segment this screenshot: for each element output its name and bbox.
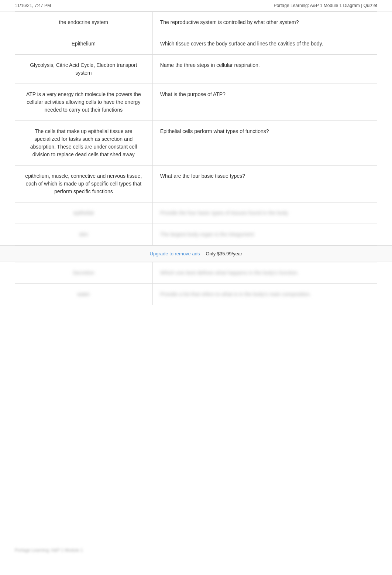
question-cell: Provide the four basic types of tissues … — [152, 203, 377, 224]
table-row: EpitheliumWhich tissue covers the body s… — [15, 33, 377, 55]
answer-cell: epithelium, muscle, connective and nervo… — [15, 166, 152, 203]
footer-text: Portage Learning: A&P 1 Module 1 — [15, 548, 83, 553]
answer-cell: Glycolysis, Citric Acid Cycle, Electron … — [15, 55, 152, 84]
table-row: ATP is a very energy rich molecule the p… — [15, 84, 377, 121]
page-title: Portage Learning: A&P 1 Module 1 Diagram… — [274, 3, 377, 8]
question-cell: Which one best defines what happens in t… — [152, 262, 377, 284]
question-cell: The largest body organ is the integument — [152, 224, 377, 245]
table-row: epithelium, muscle, connective and nervo… — [15, 166, 377, 203]
timestamp: 11/16/21, 7:47 PM — [15, 3, 51, 8]
top-bar: 11/16/21, 7:47 PM Portage Learning: A&P … — [0, 0, 392, 11]
table-row: waterProvide a list that refers to what … — [15, 284, 377, 305]
answer-cell: epithelial — [15, 203, 152, 224]
qa-table: the endocrine systemThe reproductive sys… — [15, 11, 377, 245]
answer-cell: Epithelium — [15, 33, 152, 55]
upgrade-link[interactable]: Upgrade to remove ads — [150, 251, 200, 256]
table-row: epithelialProvide the four basic types o… — [15, 203, 377, 224]
question-cell: The reproductive system is controlled by… — [152, 12, 377, 33]
answer-cell: skin — [15, 224, 152, 245]
answer-cell: The cells that make up epithelial tissue… — [15, 121, 152, 166]
question-cell: What is the purpose of ATP? — [152, 84, 377, 121]
table-row: skinThe largest body organ is the integu… — [15, 224, 377, 245]
question-cell: Name the three steps in cellular respira… — [152, 55, 377, 84]
question-cell: Provide a list that refers to what is in… — [152, 284, 377, 305]
answer-cell: the endocrine system — [15, 12, 152, 33]
question-cell: Which tissue covers the body surface and… — [152, 33, 377, 55]
blurred-table: SecretionWhich one best defines what hap… — [15, 262, 377, 305]
upgrade-banner: Upgrade to remove ads Only $35.99/year — [0, 245, 392, 262]
upgrade-price: Only $35.99/year — [206, 251, 242, 256]
answer-cell: Secretion — [15, 262, 152, 284]
table-row: SecretionWhich one best defines what hap… — [15, 262, 377, 284]
table-row: Glycolysis, Citric Acid Cycle, Electron … — [15, 55, 377, 84]
question-cell: Epithelial cells perform what types of f… — [152, 121, 377, 166]
table-row: the endocrine systemThe reproductive sys… — [15, 12, 377, 33]
answer-cell: water — [15, 284, 152, 305]
answer-cell: ATP is a very energy rich molecule the p… — [15, 84, 152, 121]
question-cell: What are the four basic tissue types? — [152, 166, 377, 203]
table-row: The cells that make up epithelial tissue… — [15, 121, 377, 166]
